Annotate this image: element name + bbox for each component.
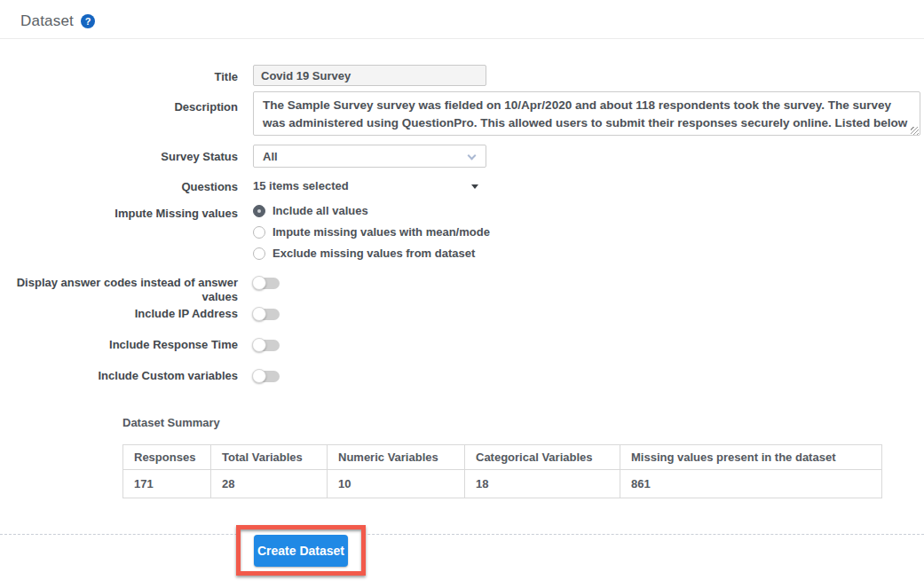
survey-status-row: Survey Status All <box>0 145 924 168</box>
column-header-missing-values: Missing values present in the dataset <box>620 445 882 470</box>
answer-codes-toggle[interactable] <box>253 278 280 289</box>
radio-unselected-icon[interactable] <box>253 226 265 239</box>
toggle-knob <box>252 276 266 290</box>
dataset-summary-heading: Dataset Summary <box>122 416 220 429</box>
survey-status-select[interactable]: All <box>253 145 486 168</box>
help-icon[interactable]: ? <box>81 14 95 28</box>
toggle-row-answer-codes: Display answer codes instead of answer v… <box>0 276 924 287</box>
toggle-row-response-time: Include Response Time <box>0 338 924 349</box>
annotation-highlight-box: Create Dataset <box>236 525 366 576</box>
radio-option-include-all[interactable]: Include all values <box>253 204 490 217</box>
radio-unselected-icon[interactable] <box>253 247 265 260</box>
response-time-toggle[interactable] <box>253 340 280 351</box>
column-header-categorical-variables: Categorical Variables <box>465 445 620 470</box>
table-header-row: Responses Total Variables Numeric Variab… <box>123 445 882 470</box>
toggle-label: Include Custom variables <box>0 369 238 383</box>
questions-multiselect[interactable]: 15 items selected <box>253 179 486 192</box>
questions-label: Questions <box>0 180 238 194</box>
description-textarea[interactable]: The Sample Survey survey was fielded on … <box>253 91 920 136</box>
ip-address-toggle[interactable] <box>253 309 280 320</box>
survey-status-value: All <box>263 150 278 163</box>
radio-option-label: Include all values <box>272 204 368 217</box>
chevron-down-icon <box>468 152 477 161</box>
radio-option-label: Exclude missing values from dataset <box>272 247 475 260</box>
toggle-row-ip-address: Include IP Address <box>0 307 924 318</box>
radio-option-impute-mean-mode[interactable]: Impute missing values with mean/mode <box>253 225 490 239</box>
description-label: Description <box>0 100 238 114</box>
radio-option-label: Impute missing values with mean/mode <box>272 225 490 239</box>
dataset-summary-table: Responses Total Variables Numeric Variab… <box>122 444 882 498</box>
toggle-row-custom-variables: Include Custom variables <box>0 369 924 380</box>
page-header: Dataset ? <box>20 12 95 30</box>
radio-selected-icon[interactable] <box>253 205 265 217</box>
cell-responses: 171 <box>123 470 211 498</box>
cell-categorical-variables: 18 <box>465 470 620 498</box>
custom-variables-toggle[interactable] <box>253 371 280 382</box>
questions-row: Questions 15 items selected <box>0 178 924 192</box>
impute-radio-group: Include all values Impute missing values… <box>253 204 490 268</box>
column-header-numeric-variables: Numeric Variables <box>328 445 465 470</box>
column-header-total-variables: Total Variables <box>211 445 328 470</box>
toggle-label: Include IP Address <box>0 307 238 321</box>
column-header-responses: Responses <box>123 445 211 470</box>
toggle-knob <box>252 369 266 383</box>
cell-total-variables: 28 <box>211 470 328 498</box>
create-dataset-button[interactable]: Create Dataset <box>254 535 348 567</box>
toggle-knob <box>252 338 266 352</box>
cell-missing-values: 861 <box>620 470 882 498</box>
impute-label: Impute Missing values <box>0 207 238 221</box>
title-input[interactable] <box>253 65 486 86</box>
radio-option-exclude-missing[interactable]: Exclude missing values from dataset <box>253 247 490 260</box>
page-title: Dataset <box>20 12 74 30</box>
toggle-knob <box>252 307 266 321</box>
title-label: Title <box>0 70 238 84</box>
dashed-divider <box>0 534 924 535</box>
questions-selected-count: 15 items selected <box>253 179 349 192</box>
cell-numeric-variables: 10 <box>328 470 465 498</box>
toggle-label: Include Response Time <box>0 338 238 352</box>
caret-down-icon <box>471 184 478 189</box>
table-row: 171 28 10 18 861 <box>123 470 882 498</box>
header-divider <box>0 38 924 39</box>
toggle-label: Display answer codes instead of answer v… <box>0 276 238 304</box>
survey-status-label: Survey Status <box>0 150 238 164</box>
